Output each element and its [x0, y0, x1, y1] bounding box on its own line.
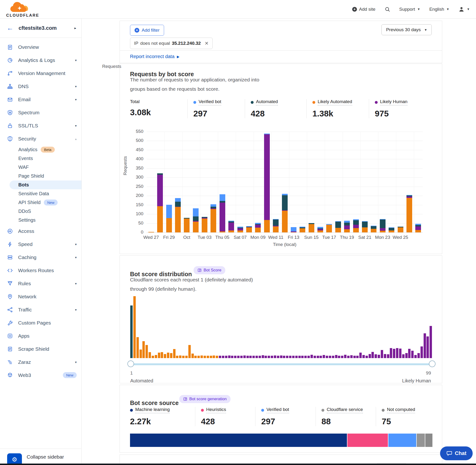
date-range-dropdown[interactable]: Previous 30 days ▼ [381, 24, 432, 35]
sidebar-item-custom-pages[interactable]: Custom Pages [0, 316, 81, 329]
sidebar-item-label: Events [18, 156, 33, 161]
version-management-icon [7, 71, 13, 76]
stacked-bar-segment-likely-automated [273, 226, 279, 232]
site-name[interactable]: cftestsite3.com [19, 25, 74, 31]
distribution-bar [430, 326, 432, 358]
sidebar-item-network[interactable]: Network [0, 290, 81, 303]
sidebar-nav: OverviewAnalytics & Logs▾Version Managem… [0, 38, 81, 382]
stat-label[interactable]: Verified bot [266, 407, 289, 413]
sidebar-item-waf[interactable]: WAF [0, 163, 81, 172]
verified-bot-legend-dot [261, 409, 264, 412]
stat-label[interactable]: Likely Automated [318, 99, 352, 106]
distribution-bar [353, 356, 356, 358]
sidebar-item-label: Settings [18, 217, 35, 223]
sidebar-item-ddos[interactable]: DDoS [0, 207, 81, 216]
stacked-bar-segment-verified-bot [326, 224, 332, 225]
sidebar-item-settings[interactable]: Settings [0, 216, 81, 224]
sidebar-item-label: Speed [18, 242, 73, 247]
add-site-button[interactable]: + Add site [352, 7, 376, 12]
filter-chip[interactable]: IP does not equal 35.212.240.32 ✕ [130, 38, 213, 49]
sidebar-item-apps[interactable]: Apps [0, 329, 81, 342]
score-range-slider[interactable] [130, 363, 433, 365]
rules-icon [7, 281, 13, 286]
settings-gear-button[interactable]: ⚙︎ [7, 453, 22, 465]
distribution-bar [207, 356, 209, 358]
stacked-bar-segment-automated [415, 225, 421, 226]
filter-chip-value: 35.212.240.32 [172, 41, 201, 46]
sidebar-item-api-shield[interactable]: API ShieldNew [0, 198, 81, 207]
stat-label[interactable]: Heuristics [206, 407, 226, 413]
stacked-bar-segment-likely-human [237, 228, 243, 231]
sidebar-item-ssl-tls[interactable]: SSL/TLS▾ [0, 119, 81, 132]
report-incorrect-data-link[interactable]: Report incorrect data ▶ [130, 54, 180, 59]
sidebar-item-scrape-shield[interactable]: Scrape Shield [0, 342, 81, 356]
support-menu[interactable]: Support ▼ [399, 7, 420, 12]
sidebar-item-speed[interactable]: Speed▾ [0, 238, 81, 251]
sidebar-item-analytics[interactable]: AnalyticsBeta [0, 145, 81, 154]
stat-label[interactable]: Cloudflare service [327, 407, 363, 413]
sidebar-item-page-shield[interactable]: Page Shield [0, 172, 81, 180]
date-range-label: Previous 30 days [386, 27, 421, 32]
distribution-bar [307, 356, 310, 358]
sidebar-item-email[interactable]: Email▾ [0, 93, 81, 106]
sidebar-item-access[interactable]: Access [0, 224, 81, 238]
stat-label[interactable]: Machine learning [135, 407, 170, 413]
language-menu[interactable]: English ▼ [429, 7, 449, 12]
chevron-right-icon[interactable]: ▸ [74, 26, 76, 30]
stacked-bar-segment-verified-bot [211, 204, 216, 207]
sidebar-item-traffic[interactable]: Traffic▾ [0, 303, 81, 316]
stat-value: 428 [201, 417, 251, 426]
search-button[interactable] [385, 6, 390, 12]
sidebar-item-bots[interactable]: Bots [10, 180, 81, 189]
distribution-card-description: Cloudflare scores each request 1 (defini… [130, 275, 259, 294]
speed-icon [7, 242, 13, 247]
account-menu[interactable]: ▼ [458, 6, 470, 12]
sidebar-item-label: Network [18, 294, 77, 299]
x-tick-label: Sun 15 [304, 235, 319, 240]
sidebar-item-dns[interactable]: DNS▾ [0, 80, 81, 93]
sidebar-item-sensitive-data[interactable]: Sensitive Data [0, 189, 81, 198]
slider-handle-max[interactable] [429, 360, 435, 367]
stacked-bar-segment-automated [309, 223, 314, 224]
chat-button[interactable]: Chat [440, 446, 473, 460]
sidebar-item-rules[interactable]: Rules▾ [0, 277, 81, 290]
sidebar-item-analytics-logs[interactable]: Analytics & Logs▾ [0, 53, 81, 67]
back-arrow-icon[interactable]: ← [7, 25, 13, 32]
stat-label[interactable]: Automated [256, 99, 278, 106]
bot-score-generation-badge[interactable]: Bot score generation [179, 395, 231, 403]
sidebar-item-zaraz[interactable]: Zaraz▾ [0, 356, 81, 369]
distribution-bar [182, 356, 185, 358]
distribution-bar [405, 353, 408, 358]
gridline [147, 141, 423, 141]
stat-label[interactable]: Likely Human [380, 99, 407, 106]
slider-handle-min[interactable] [127, 360, 134, 367]
email-icon [7, 97, 13, 102]
source-segment-heuristics [348, 433, 388, 447]
stat-cloudflare-service: Cloudflare service88 [316, 407, 376, 426]
stacked-bar-segment-automated [220, 201, 225, 203]
sidebar-item-spectrum[interactable]: Spectrum [0, 106, 81, 119]
sidebar-item-version-management[interactable]: Version Management [0, 67, 81, 80]
stat-total: Total3.08k [130, 99, 187, 118]
sidebar-item-security[interactable]: Security▴ [0, 132, 81, 145]
cloudflare-logo[interactable]: CLOUDFLARE [4, 1, 40, 18]
workers-routes-icon [7, 268, 13, 273]
sidebar-item-workers-routes[interactable]: Workers Routes [0, 264, 81, 277]
gridline [396, 132, 396, 232]
gridline [147, 159, 423, 159]
stat-label[interactable]: Verified bot [199, 99, 221, 106]
cloudflare-logo-cloud [11, 2, 27, 12]
stacked-bar-segment-automated [300, 227, 305, 229]
source-segment-machine-learning [130, 433, 348, 447]
x-tick-label: Oct [183, 235, 190, 240]
add-filter-button[interactable]: + Add filter [130, 25, 164, 36]
requests-card-description: The number of requests to your applicati… [130, 75, 263, 94]
sidebar-item-caching[interactable]: Caching▾ [0, 251, 81, 264]
close-icon[interactable]: ✕ [205, 41, 209, 46]
sidebar-item-web3[interactable]: Web3New [0, 369, 81, 382]
sidebar-item-overview[interactable]: Overview [0, 41, 81, 53]
sidebar-item-events[interactable]: Events [0, 154, 81, 163]
stat-label[interactable]: Not computed [387, 407, 415, 413]
stacked-bar-segment-verified-bot [166, 205, 172, 218]
bot-score-badge[interactable]: Bot Score [194, 266, 225, 274]
